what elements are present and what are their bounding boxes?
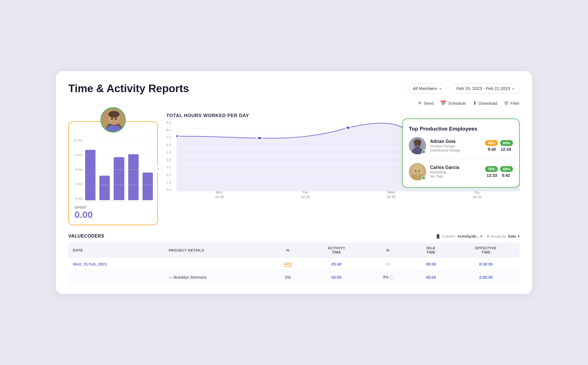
members-label: All Members [413,86,437,91]
content-area: 12 Hrs 9 Hrs 6 Hrs 3 Hrs 0 Hrs [68,113,520,225]
td-date-group: Wed, 15 Feb, 2023 [68,258,164,271]
send-button[interactable]: ✈ Send [418,100,433,106]
date-link[interactable]: Wed, 15 Feb, 2023 [73,262,107,266]
emp-time-2b: 5:42 [500,173,512,178]
employee-row-2: Carlos Garcia Marketing No Task 70% 80% … [409,163,513,180]
chevron-down-icon-2: ▾ [512,87,514,91]
employee-avatar-2 [409,163,426,180]
svg-point-19 [346,126,351,129]
column-value: Activity,Idl... [457,234,479,238]
table-row: — Brooklyn Simmons 0% 02:00 3%i 40:00 2:… [68,271,520,283]
emp-stat-group-1b: 5:42 12:33 [486,147,512,152]
emp-name-2: Carlos Garcia [430,165,481,170]
th-idle-time: IDLETIME [410,243,452,258]
lc-y-9: 9.0 [166,121,175,124]
lc-y-6: 6.0 [166,143,175,147]
svg-point-34 [419,170,420,172]
svg-point-4 [111,118,113,120]
x-label-wed: Wed Jul 30 [386,190,395,199]
employee-row-1: Adrian Goia Product Design Dashboard Des… [409,137,513,154]
table-header-row: VALUECODERS ▐▌ Column: Activity,Idl... ▾… [68,234,520,239]
download-label: Download [479,101,498,106]
column-dropdown[interactable]: ▐▌ Column: Activity,Idl... ▾ [435,234,482,238]
line-chart-x-axis: Mon Jul 28 Tue Jul 29 Wed Jul 30 Thu Jul… [176,190,520,199]
header-controls: All Members ▾ Feb 15, 2023 - Feb 21,2023… [407,83,520,94]
emp-info-1: Adrian Goia Product Design Dashboard Des… [430,139,481,152]
y-label-6: 6 Hrs [75,168,83,171]
bar-chart-icon: ▐▌ [435,234,441,238]
emp-info-2: Carlos Garcia Marketing No Task [430,165,481,178]
td-project-group [164,258,269,271]
filter-button[interactable]: ⚙ Filter [504,100,520,106]
th-project: PROJECT DETAILS [164,243,269,258]
page-title: Time & Activity Reports [68,82,189,95]
y-label-12: 12 Hrs [73,139,83,142]
main-card: Time & Activity Reports All Members ▾ Fe… [56,71,532,294]
svg-point-6 [113,120,115,121]
td-idle-time-sub: 40:00 [410,271,452,283]
header: Time & Activity Reports All Members ▾ Fe… [68,82,520,95]
emp-online-dot-1 [422,150,426,154]
emp-role-2: Marketing [430,170,481,174]
svg-point-3 [108,111,120,118]
emp-time-1a: 5:42 [486,147,498,152]
x-label-tue: Tue Jul 29 [301,190,310,199]
send-label: Send [424,101,433,106]
group-value: Date [508,234,516,238]
column-label: Column: [442,234,456,238]
td-eff-time-sub: 2:00:00 [452,271,520,283]
th-date: DATE [68,243,164,258]
y-label-9: 9 Hrs [75,153,83,157]
chevron-down-icon: ▾ [439,87,441,91]
info-icon: i [389,276,393,280]
td-act-time-sub: 02:00 [307,271,366,283]
date-range-label: Feb 15, 2023 - Feb 21,2023 [456,86,510,91]
emp-task-2: No Task [430,174,481,178]
bar-4 [128,154,139,200]
bar-chart-y-axis: 12 Hrs 9 Hrs 6 Hrs 3 Hrs 0 Hrs [73,139,85,200]
schedule-button[interactable]: 📅 Schedule [440,100,466,106]
group-label: Group by: [491,234,506,238]
svg-point-33 [415,170,416,172]
spent-value: 0.00 [74,210,152,220]
filter-icon: ⚙ [504,100,508,106]
lc-y-7: 7.0 [166,136,175,139]
emp-stats-2: 70% 80% 12:33 5:42 [485,166,513,178]
download-button[interactable]: ⬇ Download [473,100,498,106]
date-range-dropdown[interactable]: Feb 15, 2023 - Feb 21,2023 ▾ [451,83,520,94]
lc-y-0: 0.0 [166,188,175,191]
svg-point-25 [415,144,417,146]
lc-y-4: 4.0 [166,158,175,162]
bar-2 [99,176,110,200]
table-company-name: VALUECODERS [68,234,104,239]
group-dropdown[interactable]: ≡ Group by: Date ▾ [487,234,520,238]
th-eff-time: EFFECTIVETIME [452,243,520,258]
emp-divider [409,159,513,159]
th-idle-pct: % [366,243,410,258]
bar-3 [114,157,124,200]
chevron-down-icon-col: ▾ [480,234,482,238]
y-label-0: 0 Hrs [75,197,83,200]
emp-badge-2a: 70% [485,166,498,172]
emp-name-1: Adrian Goia [430,139,481,144]
table-header-row-el: DATE PROJECT DETAILS % ACTIVITYTIME % ID… [68,243,520,258]
lc-y-2: 2.0 [166,173,175,176]
expand-button[interactable]: + [154,165,162,173]
bar-5 [143,173,153,200]
emp-task-1: Dashboard Design [430,148,481,152]
svg-point-32 [411,168,424,175]
emp-stat-group-2b: 12:33 5:42 [486,173,512,178]
members-dropdown[interactable]: All Members ▾ [407,83,446,94]
emp-stat-group-2a: 70% 80% [485,166,513,172]
bar-chart-card: 12 Hrs 9 Hrs 6 Hrs 3 Hrs 0 Hrs [68,121,158,225]
x-label-thu: Thu Jul 31 [472,190,481,199]
table-section: VALUECODERS ▐▌ Column: Activity,Idl... ▾… [68,234,520,283]
emp-online-dot-2 [422,176,426,180]
lc-y-1: 1.0 [166,181,175,184]
th-act-pct: % [269,243,307,258]
td-project-sub: — Brooklyn Simmons [164,271,269,283]
table-row: Wed, 15 Feb, 2023 43% 05:40 0% 45:00 8:3… [68,258,520,271]
emp-stats-1: 48% 68% 5:42 12:33 [485,140,513,152]
bar-chart-panel: 12 Hrs 9 Hrs 6 Hrs 3 Hrs 0 Hrs [68,113,158,225]
td-idle-pct-sub: 3%i [366,271,410,283]
